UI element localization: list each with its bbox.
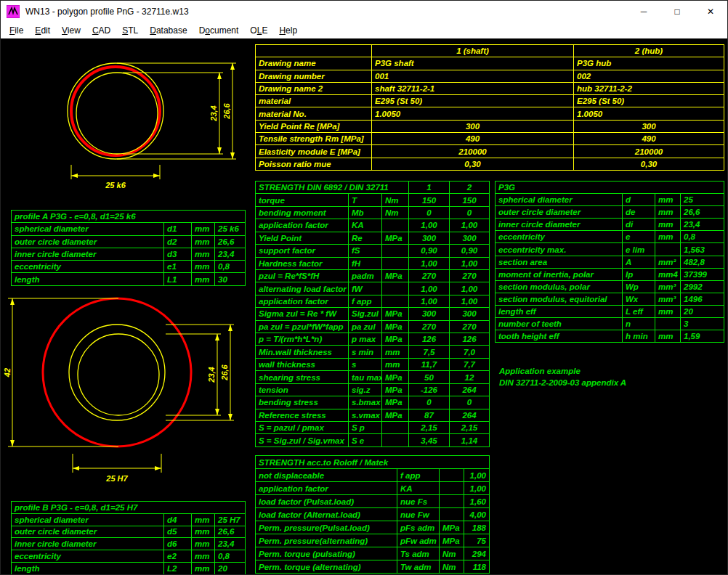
table-cell: 300 xyxy=(372,121,574,133)
column-header-hub: 2 (hub) xyxy=(574,45,724,57)
table-cell: 1,00 xyxy=(409,258,450,270)
row-label: number of teeth xyxy=(496,318,623,330)
table-cell: 30 xyxy=(215,273,246,285)
table-cell xyxy=(440,508,464,521)
row-label: Yield Point xyxy=(256,232,349,245)
table-cell: T xyxy=(349,194,382,206)
menu-document[interactable]: Document xyxy=(193,23,245,38)
table-cell: 0 xyxy=(450,207,490,219)
table-cell: Nm xyxy=(440,547,464,560)
outer-circle xyxy=(68,63,163,159)
row-label: Min.wall thickness xyxy=(256,346,349,358)
table-cell: n xyxy=(623,318,655,330)
maximize-button[interactable]: □ xyxy=(660,1,694,23)
table-cell: Tw adm xyxy=(397,560,440,574)
row-label: Tensile strength Rm [MPa] xyxy=(256,133,372,145)
table-cell: MPa xyxy=(382,333,409,346)
row-label: inner circle diameter xyxy=(12,538,164,550)
row-label: Perm. pressure(alternating) xyxy=(256,534,397,547)
row-label: spherical diameter xyxy=(12,223,164,235)
table-cell: Nm xyxy=(440,560,464,574)
row-label: material No. xyxy=(256,107,372,120)
close-button[interactable]: ✕ xyxy=(694,1,727,23)
row-label: section modulus, polar xyxy=(496,281,623,293)
table-cell: hub 32711-2-2 xyxy=(574,83,724,95)
row-label: outer circle diameter xyxy=(496,206,623,219)
table-cell: 20 xyxy=(215,563,246,575)
menu-file[interactable]: File xyxy=(4,23,29,38)
dim-red-outer-label: 42 xyxy=(3,368,12,378)
table-cell: L1 xyxy=(164,273,192,285)
table-cell: L eff xyxy=(623,306,655,318)
table-cell: mm xyxy=(655,330,681,343)
table-cell: MPa xyxy=(382,396,409,409)
menu-cad[interactable]: CAD xyxy=(86,23,116,38)
row-label: support factor xyxy=(256,245,349,257)
client-area: 23,4 26,6 25 k6 xyxy=(1,38,727,574)
shaft-profile-drawing: 23,4 26,6 25 k6 xyxy=(7,43,246,208)
table-cell: d3 xyxy=(164,248,192,261)
table-cell: 25 xyxy=(681,194,724,206)
table-cell: de xyxy=(623,206,655,219)
table-cell: 1,563 xyxy=(681,243,724,256)
row-label: Drawing name 2 xyxy=(256,83,372,95)
table-cell: fS xyxy=(349,245,382,257)
table-cell: fH xyxy=(349,258,382,270)
table-cell: mm xyxy=(192,273,215,285)
table-cell: 0 xyxy=(450,396,490,409)
table-cell: Nm xyxy=(382,194,409,206)
menu-database[interactable]: Database xyxy=(144,23,193,38)
table-cell: Ts adm xyxy=(397,547,440,560)
table-cell: MPa xyxy=(382,409,409,422)
outer-circle xyxy=(69,325,165,420)
table-cell: 3 xyxy=(681,318,724,330)
table-cell: 12 xyxy=(450,371,490,383)
titlebar[interactable]: WN13 - polygon profile PnG - 32711e.w13 … xyxy=(1,1,727,23)
row-label: wall thickness xyxy=(256,359,349,371)
application-example-note: Application example DIN 32711-2-2009-03 … xyxy=(499,365,626,388)
table-cell: 1,59 xyxy=(681,330,724,343)
table-title: profile B P3G - e=0,8, d1=25 H7 xyxy=(12,502,246,514)
table-cell: mm4 xyxy=(655,269,681,281)
table-cell: 490 xyxy=(372,133,574,145)
table-title: profile A P3G - e=0,8, d1=25 k6 xyxy=(12,211,246,223)
table-cell: d2 xyxy=(164,236,192,248)
row-label: eccentricity xyxy=(12,261,164,273)
table-cell: mm xyxy=(192,538,215,550)
dim-inner-label: 23,4 xyxy=(207,367,216,383)
column-header-shaft: 1 (shaft) xyxy=(372,45,574,57)
table-cell: 0,90 xyxy=(450,245,490,257)
menu-stl[interactable]: STL xyxy=(116,23,144,38)
table-cell: 1496 xyxy=(681,293,724,306)
row-label: p = T/(rm*h*L*n) xyxy=(256,333,349,346)
row-label: length xyxy=(12,273,164,285)
table-cell: 2992 xyxy=(681,281,724,293)
table-cell: E295 (St 50) xyxy=(372,95,574,107)
table-cell: 126 xyxy=(450,333,490,346)
table-cell: MPa xyxy=(382,321,409,333)
menu-edit[interactable]: Edit xyxy=(29,23,56,38)
table-cell: 25 H7 xyxy=(215,514,246,526)
menu-help[interactable]: Help xyxy=(273,23,303,38)
table-cell: 118 xyxy=(464,560,490,574)
menu-view[interactable]: View xyxy=(56,23,86,38)
menu-ole[interactable]: OLE xyxy=(244,23,273,38)
table-cell: 0,8 xyxy=(215,550,246,563)
table-cell: 2,15 xyxy=(450,422,490,434)
table-cell: KA xyxy=(397,482,440,495)
table-cell: p max xyxy=(349,333,382,346)
column-header-1: 1 xyxy=(409,182,450,194)
table-cell: 1.0050 xyxy=(574,107,724,120)
row-label: tooth height eff xyxy=(496,330,623,343)
table-cell: d4 xyxy=(164,514,192,526)
table-cell: 1,00 xyxy=(409,282,450,295)
row-label: Elasticity module E [MPa] xyxy=(256,145,372,158)
table-cell: mm xyxy=(192,526,215,539)
table-cell: 23,4 xyxy=(215,248,246,261)
row-label: bending moment xyxy=(256,207,349,219)
minimize-button[interactable]: ─ xyxy=(627,1,660,23)
table-cell: 0,30 xyxy=(574,158,724,171)
table-cell: f app xyxy=(397,469,440,482)
table-cell: MPa xyxy=(382,384,409,396)
table-cell: MPa xyxy=(382,232,409,245)
